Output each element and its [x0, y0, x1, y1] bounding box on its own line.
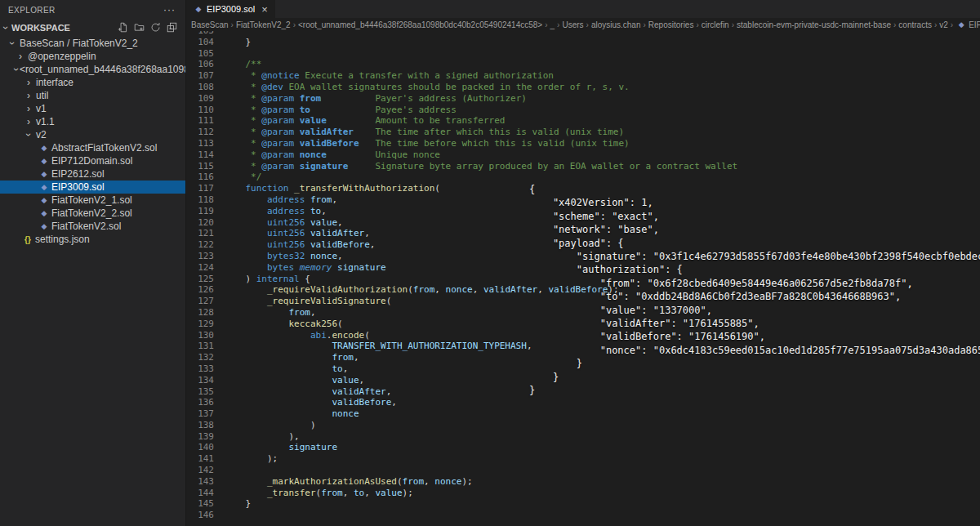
line-number: 120 — [186, 217, 214, 229]
new-file-icon[interactable] — [118, 22, 128, 33]
line-number: 127 — [186, 296, 214, 307]
code-line: 114 * @param nonce Unique nonce — [186, 149, 980, 161]
tree-item-label: util — [36, 90, 48, 101]
tree-item-v2[interactable]: ›v2 — [0, 128, 185, 141]
breadcrumb-separator: › — [586, 20, 589, 29]
breadcrumb-item[interactable]: BaseScan — [191, 20, 229, 29]
tree-item-label: v1.1 — [36, 116, 55, 127]
breadcrumb-separator: › — [231, 20, 234, 29]
line-text: ) internal { — [214, 274, 310, 285]
tree-item-settings-json[interactable]: {}settings.json — [0, 233, 185, 246]
breadcrumb-item[interactable]: _ — [550, 20, 555, 29]
line-text: _markAuthorizationAsUsed(from, nonce); — [214, 476, 473, 488]
tree-item-label: EIP2612.sol — [51, 168, 105, 180]
line-text: bytes32 nonce, — [214, 251, 343, 262]
code-line: 128 from, — [186, 307, 980, 319]
breadcrumb-separator: › — [557, 20, 559, 29]
tree-item-label: EIP712Domain.sol — [51, 155, 132, 167]
tree-item-root-unnamed-b4446a38f268aa1098b0d[interactable]: ›<root_unnamed_b4446a38f268aa1098b0d... — [0, 63, 185, 76]
line-number: 112 — [186, 127, 214, 138]
code-line: 118 address from, — [186, 194, 980, 206]
tree-item-fiattokenv2-sol[interactable]: ◆FiatTokenV2.sol — [0, 220, 185, 233]
breadcrumb-item[interactable]: stablecoin-evm-private-usdc-mainnet-base — [737, 20, 891, 29]
solidity-file-icon: ◆ — [38, 170, 50, 178]
code-line: 124 bytes memory signature — [186, 262, 980, 274]
line-text: * @param signature Signature byte array … — [214, 161, 737, 172]
code-line: 109 * @param from Payer's address (Autho… — [186, 93, 980, 105]
line-number: 123 — [186, 251, 214, 262]
breadcrumb-item[interactable]: Users — [562, 20, 583, 29]
line-number: 134 — [186, 375, 214, 386]
line-number: 113 — [186, 138, 214, 149]
tab-eip3009-sol[interactable]: ◆ EIP3009.sol × — [186, 0, 275, 18]
breadcrumb-item[interactable]: Repositories — [648, 20, 694, 29]
line-number: 139 — [186, 431, 214, 443]
code-line: 139 ), — [186, 431, 980, 443]
line-number: 128 — [186, 307, 214, 319]
tree-item-eip2612-sol[interactable]: ◆EIP2612.sol — [0, 167, 185, 181]
tree-item-interface[interactable]: ›interface — [0, 76, 185, 89]
new-folder-icon[interactable] — [134, 22, 145, 33]
line-text: ), — [214, 431, 300, 443]
code-line: 115 * @param signature Signature byte ar… — [186, 161, 980, 172]
line-text — [214, 465, 224, 476]
code-line: 127 _requireValidSignature( — [186, 296, 980, 307]
code-area: 103104 }105106 /**107 * @notice Execute … — [186, 31, 980, 521]
line-number: 142 — [186, 465, 214, 476]
tree-item-fiattokenv2-1-sol[interactable]: ◆FiatTokenV2_1.sol — [0, 194, 185, 207]
solidity-file-icon: ◆ — [38, 196, 50, 204]
breadcrumb-item[interactable]: FiatTokenV2_2 — [236, 20, 291, 29]
breadcrumb-item[interactable]: contracts — [898, 20, 932, 29]
refresh-icon[interactable] — [150, 22, 161, 33]
tree-item-abstractfiattokenv2-sol[interactable]: ◆AbstractFiatTokenV2.sol — [0, 141, 185, 154]
line-number: 143 — [186, 476, 214, 488]
line-number: 104 — [186, 37, 214, 48]
tree-item-label: interface — [36, 77, 74, 88]
line-number: 110 — [186, 105, 214, 116]
tree-item-v1[interactable]: ›v1 — [0, 102, 185, 115]
code-line: 106 /** — [186, 59, 980, 70]
collapse-all-icon[interactable] — [167, 22, 177, 33]
line-text: } — [214, 37, 251, 48]
line-text: * @param nonce Unique nonce — [214, 149, 440, 161]
tree-item-openzeppelin[interactable]: ›@openzeppelin — [0, 50, 185, 63]
line-number: 121 — [186, 228, 214, 239]
line-text: address to, — [214, 206, 327, 217]
more-actions-icon[interactable]: ··· — [163, 4, 176, 16]
line-text: ); — [214, 453, 278, 465]
line-text: * @param to Payee's address — [214, 105, 457, 116]
close-icon[interactable]: × — [261, 4, 268, 15]
breadcrumb-item[interactable]: <root_unnamed_b4446a38f268aa1098b0dc40b2… — [298, 20, 542, 29]
line-number: 131 — [186, 341, 214, 352]
tree-item-eip3009-sol[interactable]: ◆EIP3009.sol — [0, 181, 185, 194]
tree-item-eip712domain-sol[interactable]: ◆EIP712Domain.sol — [0, 154, 185, 167]
explorer-title: EXPLORER — [8, 6, 56, 15]
tree-item-fiattokenv2-2-sol[interactable]: ◆FiatTokenV2_2.sol — [0, 207, 185, 220]
tree-item-basescan-fiattokenv2-2[interactable]: ›BaseScan / FiatTokenV2_2 — [0, 37, 185, 50]
line-text: } — [214, 498, 251, 510]
line-number: 130 — [186, 330, 214, 341]
editor[interactable]: 103104 }105106 /**107 * @notice Execute … — [186, 31, 980, 526]
line-number: 115 — [186, 161, 214, 172]
line-text: uint256 validBefore, — [214, 239, 375, 251]
line-text: ) — [214, 420, 316, 431]
code-line: 107 * @notice Execute a transfer with a … — [186, 70, 980, 82]
breadcrumb: BaseScan›FiatTokenV2_2›<root_unnamed_b44… — [186, 18, 980, 31]
tree-item-label: FiatTokenV2_2.sol — [51, 207, 132, 219]
breadcrumb-item[interactable]: circlefin — [702, 20, 729, 29]
tree-item-util[interactable]: ›util — [0, 89, 185, 102]
code-line: 108 * @dev EOA wallet signatures should … — [186, 82, 980, 93]
workspace-section-header[interactable]: › WORKSPACE — [0, 20, 185, 35]
editor-group: ◆ EIP3009.sol × BaseScan›FiatTokenV2_2›<… — [186, 0, 980, 526]
code-line: 140 signature — [186, 442, 980, 453]
line-text — [214, 31, 224, 37]
code-line: 111 * @param value Amount to be transfer… — [186, 115, 980, 127]
line-text: */ — [214, 172, 261, 183]
workspace-actions — [118, 22, 185, 33]
tree-item-label: <root_unnamed_b4446a38f268aa1098b0d... — [20, 64, 185, 75]
breadcrumb-item[interactable]: EIP3009.sol — [969, 20, 980, 29]
breadcrumb-item[interactable]: aloysius.chan — [591, 20, 641, 29]
breadcrumb-item[interactable]: v2 — [939, 20, 948, 29]
code-line: 138 ) — [186, 420, 980, 431]
tree-item-v1-1[interactable]: ›v1.1 — [0, 115, 185, 128]
